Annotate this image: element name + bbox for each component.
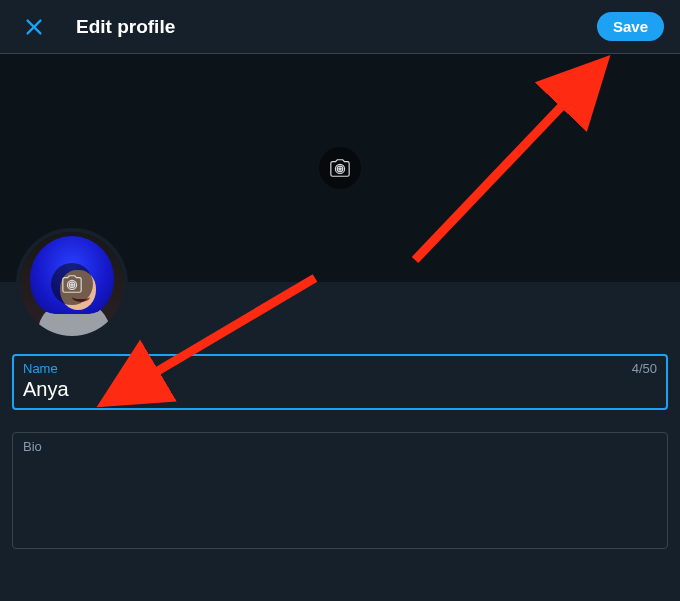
name-field[interactable]: Name 4/50	[12, 354, 668, 410]
bio-input[interactable]	[23, 454, 657, 538]
name-input[interactable]	[23, 376, 657, 405]
page-title: Edit profile	[76, 16, 597, 38]
close-button[interactable]	[16, 9, 52, 45]
bio-label: Bio	[23, 439, 42, 454]
name-label: Name	[23, 361, 58, 376]
save-button[interactable]: Save	[597, 12, 664, 41]
banner-camera-button[interactable]	[319, 147, 361, 189]
name-counter: 4/50	[632, 361, 657, 376]
modal-header: Edit profile Save	[0, 0, 680, 54]
camera-icon	[329, 157, 351, 179]
bio-field[interactable]: Bio	[12, 432, 668, 549]
avatar[interactable]	[16, 228, 128, 340]
close-icon	[23, 16, 45, 38]
avatar-camera-button[interactable]	[51, 263, 93, 305]
camera-icon	[61, 273, 83, 295]
